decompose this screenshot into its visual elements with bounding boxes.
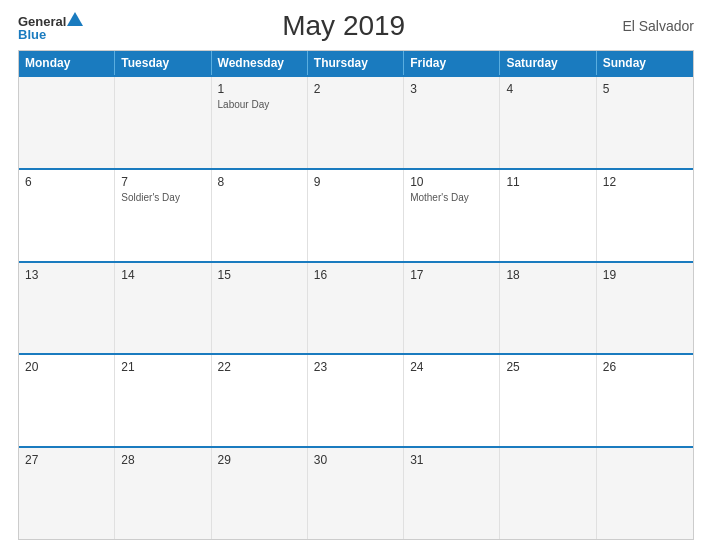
calendar-cell: 28	[115, 448, 211, 539]
cell-day-number: 27	[25, 453, 108, 467]
calendar-cell: 12	[597, 170, 693, 261]
cell-day-number: 30	[314, 453, 397, 467]
country-label: El Salvador	[604, 18, 694, 34]
calendar-cell: 9	[308, 170, 404, 261]
cell-day-number: 1	[218, 82, 301, 96]
calendar-row: 13141516171819	[19, 261, 693, 354]
day-of-week-header: Monday	[19, 51, 115, 75]
calendar-cell: 18	[500, 263, 596, 354]
calendar-cell: 8	[212, 170, 308, 261]
cell-day-number: 17	[410, 268, 493, 282]
logo-triangle-icon	[67, 12, 83, 26]
calendar-row: 20212223242526	[19, 353, 693, 446]
calendar-cell: 7Soldier's Day	[115, 170, 211, 261]
calendar-cell	[19, 77, 115, 168]
calendar-cell: 4	[500, 77, 596, 168]
calendar-cell: 17	[404, 263, 500, 354]
cell-day-number: 23	[314, 360, 397, 374]
calendar-cell	[115, 77, 211, 168]
cell-day-number: 8	[218, 175, 301, 189]
calendar-cell: 13	[19, 263, 115, 354]
calendar-cell: 23	[308, 355, 404, 446]
calendar-cell: 21	[115, 355, 211, 446]
day-of-week-header: Tuesday	[115, 51, 211, 75]
page: General Blue May 2019 El Salvador Monday…	[0, 0, 712, 550]
calendar-row: 2728293031	[19, 446, 693, 539]
calendar-cell: 16	[308, 263, 404, 354]
calendar-cell: 1Labour Day	[212, 77, 308, 168]
cell-day-number: 6	[25, 175, 108, 189]
calendar-cell: 14	[115, 263, 211, 354]
logo: General Blue	[18, 12, 83, 41]
calendar-cell: 10Mother's Day	[404, 170, 500, 261]
cell-day-number: 10	[410, 175, 493, 189]
cell-day-number: 19	[603, 268, 687, 282]
cell-day-number: 2	[314, 82, 397, 96]
cell-day-number: 28	[121, 453, 204, 467]
logo-general-text: General	[18, 15, 66, 28]
cell-day-number: 11	[506, 175, 589, 189]
cell-day-number: 22	[218, 360, 301, 374]
cell-day-number: 20	[25, 360, 108, 374]
calendar-cell: 2	[308, 77, 404, 168]
cell-day-number: 29	[218, 453, 301, 467]
cell-holiday-label: Soldier's Day	[121, 191, 204, 204]
cell-holiday-label: Mother's Day	[410, 191, 493, 204]
calendar-cell: 29	[212, 448, 308, 539]
day-of-week-header: Thursday	[308, 51, 404, 75]
calendar-cell: 15	[212, 263, 308, 354]
calendar-cell: 31	[404, 448, 500, 539]
calendar-header: MondayTuesdayWednesdayThursdayFridaySatu…	[19, 51, 693, 75]
cell-day-number: 5	[603, 82, 687, 96]
cell-day-number: 3	[410, 82, 493, 96]
day-of-week-header: Sunday	[597, 51, 693, 75]
calendar-body: 1Labour Day234567Soldier's Day8910Mother…	[19, 75, 693, 539]
calendar-row: 67Soldier's Day8910Mother's Day1112	[19, 168, 693, 261]
calendar-row: 1Labour Day2345	[19, 75, 693, 168]
calendar-cell	[500, 448, 596, 539]
calendar-cell: 24	[404, 355, 500, 446]
cell-day-number: 25	[506, 360, 589, 374]
header: General Blue May 2019 El Salvador	[18, 10, 694, 42]
cell-day-number: 24	[410, 360, 493, 374]
cell-day-number: 18	[506, 268, 589, 282]
calendar-cell: 3	[404, 77, 500, 168]
calendar-cell: 22	[212, 355, 308, 446]
calendar: MondayTuesdayWednesdayThursdayFridaySatu…	[18, 50, 694, 540]
calendar-cell: 6	[19, 170, 115, 261]
cell-holiday-label: Labour Day	[218, 98, 301, 111]
cell-day-number: 4	[506, 82, 589, 96]
calendar-cell	[597, 448, 693, 539]
cell-day-number: 13	[25, 268, 108, 282]
calendar-cell: 19	[597, 263, 693, 354]
logo-blue-text: Blue	[18, 28, 46, 41]
cell-day-number: 14	[121, 268, 204, 282]
calendar-cell: 27	[19, 448, 115, 539]
calendar-cell: 11	[500, 170, 596, 261]
day-of-week-header: Wednesday	[212, 51, 308, 75]
cell-day-number: 16	[314, 268, 397, 282]
cell-day-number: 31	[410, 453, 493, 467]
calendar-cell: 5	[597, 77, 693, 168]
day-of-week-header: Friday	[404, 51, 500, 75]
cell-day-number: 21	[121, 360, 204, 374]
calendar-cell: 20	[19, 355, 115, 446]
day-of-week-header: Saturday	[500, 51, 596, 75]
calendar-cell: 30	[308, 448, 404, 539]
calendar-title: May 2019	[83, 10, 604, 42]
calendar-cell: 26	[597, 355, 693, 446]
cell-day-number: 9	[314, 175, 397, 189]
cell-day-number: 12	[603, 175, 687, 189]
calendar-cell: 25	[500, 355, 596, 446]
cell-day-number: 15	[218, 268, 301, 282]
cell-day-number: 26	[603, 360, 687, 374]
cell-day-number: 7	[121, 175, 204, 189]
